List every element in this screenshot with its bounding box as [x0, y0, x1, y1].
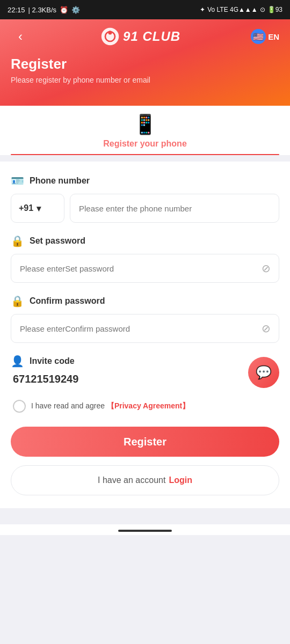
time: 22:15 [8, 6, 25, 14]
privacy-text: I have read and agree 【Privacy Agreement… [31, 401, 190, 411]
bottom-home-indicator [118, 530, 172, 532]
phone-tab-label[interactable]: Register your phone [103, 139, 187, 149]
signal-icon: Vo LTE 4G▲▲▲ [207, 6, 257, 13]
phone-tab-icon: 📱 [133, 113, 157, 136]
section-gap [0, 155, 290, 160]
logo: 91 CLUB [100, 27, 180, 46]
flag-icon: 🇺🇸 [251, 29, 266, 44]
set-password-label: 🔒 Set password [11, 235, 279, 247]
set-password-input[interactable] [11, 254, 279, 283]
login-button-link: Login [169, 475, 192, 485]
network-speed: | 2.3KB/s [28, 6, 57, 14]
set-password-wrap: ⊘ [11, 254, 279, 283]
register-button[interactable]: Register [11, 427, 279, 457]
phone-label: 🪪 Phone number [11, 174, 279, 187]
clock-icon: ⏰ [60, 6, 68, 14]
confirm-password-icon: 🔒 [11, 295, 24, 308]
back-button[interactable]: ‹ [11, 27, 30, 46]
set-password-icon: 🔒 [11, 235, 24, 247]
header-nav: ‹ 91 CLUB 🇺🇸 EN [11, 27, 279, 46]
status-bar: 22:15 | 2.3KB/s ⏰ ⚙️ ✦ Vo LTE 4G▲▲▲ ⊙ 🔋9… [0, 0, 290, 19]
language-button[interactable]: 🇺🇸 EN [251, 29, 279, 44]
privacy-link[interactable]: 【Privacy Agreement】 [107, 401, 190, 410]
tab-underline [11, 154, 279, 155]
svg-point-2 [108, 31, 112, 34]
phone-input[interactable] [70, 194, 279, 223]
language-label: EN [268, 32, 279, 41]
chat-support-button[interactable]: 💬 [248, 357, 279, 388]
settings-icon: ⚙️ [71, 6, 80, 14]
main-content: 📱 Register your phone 🪪 Phone number +91… [0, 100, 290, 524]
bottom-bar [0, 524, 290, 535]
invite-left: 👤 Invite code 67121519249 [11, 355, 248, 385]
country-code-selector[interactable]: +91 ▾ [11, 194, 64, 223]
login-button-text: I have an account [98, 475, 165, 485]
battery-icon: 🔋93 [267, 6, 282, 13]
set-password-field: ⊘ [11, 254, 279, 283]
confirm-password-input[interactable] [11, 314, 279, 343]
login-button[interactable]: I have an account Login [11, 465, 279, 495]
link-icon: ⊙ [260, 6, 265, 13]
privacy-checkbox[interactable] [13, 400, 26, 413]
privacy-row: I have read and agree 【Privacy Agreement… [11, 400, 279, 413]
invite-code-value: 67121519249 [11, 373, 248, 385]
status-right: ✦ Vo LTE 4G▲▲▲ ⊙ 🔋93 [200, 6, 282, 13]
invite-code-icon: 👤 [11, 355, 24, 368]
page-title: Register [11, 56, 279, 72]
country-code-value: +91 [19, 203, 33, 213]
phone-row: +91 ▾ [11, 194, 279, 223]
svg-point-0 [102, 28, 119, 45]
logo-text: 91 CLUB [123, 29, 180, 44]
invite-section: 👤 Invite code 67121519249 💬 [11, 355, 279, 388]
status-left: 22:15 | 2.3KB/s ⏰ ⚙️ [8, 6, 80, 14]
form-section: 🪪 Phone number +91 ▾ 🔒 Set password ⊘ 🔒 … [0, 162, 290, 508]
chat-icon: 💬 [256, 365, 272, 380]
bluetooth-icon: ✦ [200, 6, 205, 13]
set-password-eye-icon[interactable]: ⊘ [262, 262, 271, 275]
logo-icon [100, 27, 120, 46]
confirm-password-field: ⊘ [11, 314, 279, 343]
confirm-password-eye-icon[interactable]: ⊘ [262, 322, 271, 335]
invite-code-label: 👤 Invite code [11, 355, 248, 368]
page-subtitle: Please register by phone number or email [11, 76, 279, 84]
header: ‹ 91 CLUB 🇺🇸 EN Register Please register… [0, 19, 290, 106]
chevron-down-icon: ▾ [37, 203, 41, 214]
tabs-section: 📱 Register your phone [0, 100, 290, 155]
phone-field-icon: 🪪 [11, 174, 24, 187]
confirm-password-label: 🔒 Confirm password [11, 295, 279, 308]
confirm-password-wrap: ⊘ [11, 314, 279, 343]
